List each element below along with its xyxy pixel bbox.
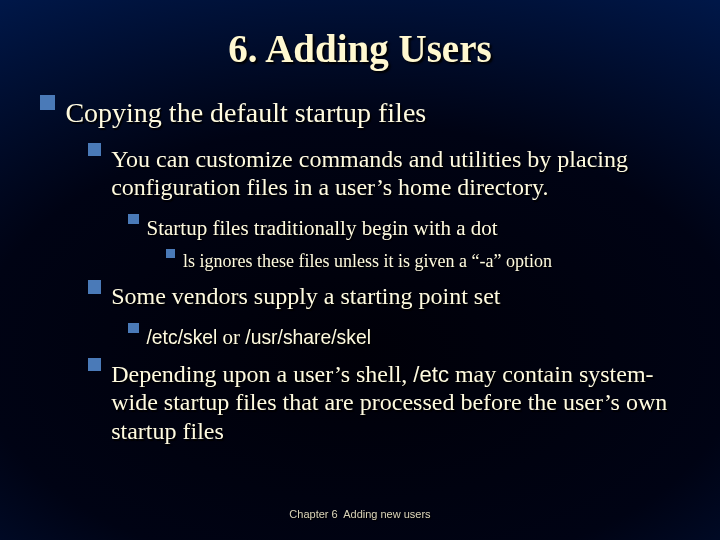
- bullet-l2: Some vendors supply a starting point set: [88, 282, 686, 310]
- l4a-text: ls ignores these files unless it is give…: [183, 251, 686, 273]
- l1-text: Copying the default startup files: [65, 97, 686, 129]
- bullet-l1: Copying the default startup files: [40, 97, 686, 129]
- bullet-l3: /etc/skel or /usr/share/skel: [128, 325, 686, 350]
- bullet-l4: ls ignores these files unless it is give…: [166, 251, 686, 273]
- square-bullet-icon: [88, 143, 101, 156]
- l2c-text: Depending upon a user’s shell, /etc may …: [111, 360, 686, 445]
- bullet-l2: Depending upon a user’s shell, /etc may …: [88, 360, 686, 445]
- l3a-text: Startup files traditionally begin with a…: [147, 216, 687, 241]
- slide-footer: Chapter 6 Adding new users: [0, 508, 720, 520]
- bullet-l3: Startup files traditionally begin with a…: [128, 216, 686, 241]
- l3b-text: /etc/skel or /usr/share/skel: [147, 325, 687, 350]
- square-bullet-icon: [166, 249, 175, 258]
- square-bullet-icon: [128, 214, 139, 225]
- code-path: /usr/share/skel: [245, 327, 371, 348]
- square-bullet-icon: [40, 95, 55, 110]
- bullet-l2: You can customize commands and utilities…: [88, 145, 686, 202]
- square-bullet-icon: [88, 280, 101, 293]
- l2c-pre: Depending upon a user’s shell,: [111, 361, 413, 387]
- code-path: /etc: [413, 362, 449, 387]
- square-bullet-icon: [88, 358, 101, 371]
- code-path: /etc/skel: [147, 327, 218, 348]
- l2b-text: Some vendors supply a starting point set: [111, 282, 686, 310]
- slide: 6. Adding Users Copying the default star…: [0, 0, 720, 540]
- square-bullet-icon: [128, 323, 139, 334]
- slide-title: 6. Adding Users: [34, 26, 686, 71]
- l2a-text: You can customize commands and utilities…: [111, 145, 686, 202]
- conj-or: or: [217, 325, 245, 349]
